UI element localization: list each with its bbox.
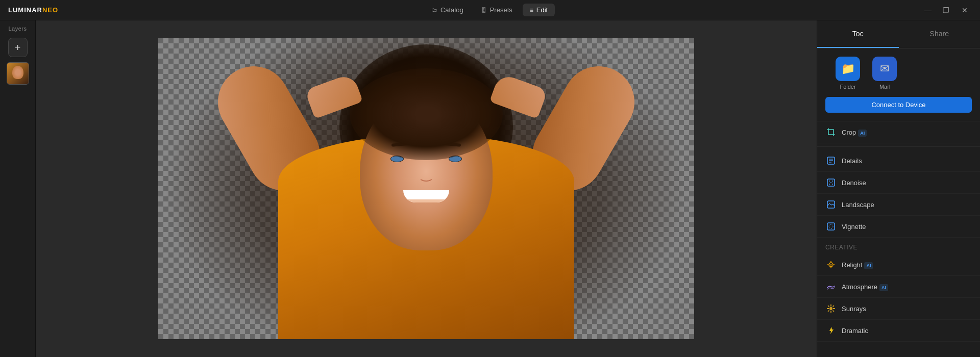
svg-point-5: [829, 181, 830, 182]
details-icon: [825, 155, 837, 166]
nav-tab-edit-label: Edit: [536, 6, 548, 14]
panel-header: Toc Share: [817, 20, 980, 48]
face-mini: [12, 66, 23, 79]
lower-lip: [403, 199, 449, 202]
share-mail-item[interactable]: ✉ Mail: [872, 57, 897, 90]
folder-icon-box: 📁: [836, 57, 860, 81]
svg-point-6: [830, 182, 831, 183]
tool-relight-label: RelightAI: [842, 261, 972, 269]
tool-sunrays-label: Sunrays: [842, 305, 972, 313]
maximize-button[interactable]: ❐: [939, 3, 953, 17]
share-section: 📁 Folder ✉ Mail Connect to Device: [817, 48, 980, 121]
tool-dramatic-label: Dramatic: [842, 327, 972, 335]
svg-line-27: [828, 311, 829, 312]
photo-container: [158, 38, 694, 339]
window-controls: — ❐ ✕: [921, 3, 972, 17]
mail-icon-box: ✉: [872, 57, 897, 81]
app-logo: LUMINARNEO: [8, 6, 58, 14]
svg-line-24: [828, 305, 829, 307]
tool-item-sunrays[interactable]: Sunrays: [817, 298, 980, 320]
tool-item-dramatic[interactable]: Dramatic: [817, 320, 980, 342]
svg-line-26: [833, 305, 835, 307]
folder-label: Folder: [840, 84, 855, 90]
svg-point-14: [830, 264, 832, 266]
add-layer-button[interactable]: +: [8, 38, 28, 57]
svg-line-25: [833, 311, 835, 312]
photo-image: [158, 38, 694, 339]
sunrays-icon: [825, 303, 837, 314]
folder-icon: 📁: [841, 62, 855, 75]
layers-title: Layers: [8, 26, 27, 32]
presets-icon: 🎛: [481, 7, 487, 14]
svg-point-19: [829, 307, 832, 310]
svg-point-12: [829, 224, 833, 228]
tools-panel: CropAI Details: [817, 121, 980, 357]
svg-point-9: [832, 184, 833, 185]
creative-section-header: Creative: [817, 238, 980, 254]
tool-crop-label: CropAI: [842, 129, 972, 136]
layer-thumbnail[interactable]: [7, 62, 29, 85]
nav-tab-edit[interactable]: ≡ Edit: [523, 4, 555, 16]
catalog-icon: 🗂: [431, 7, 437, 14]
tools-divider-1: [817, 146, 980, 147]
tool-details-label: Details: [842, 157, 972, 165]
tool-item-denoise[interactable]: Denoise: [817, 172, 980, 194]
tool-item-vignette[interactable]: Vignette: [817, 216, 980, 238]
app-name: LUMINARNEO: [8, 6, 58, 14]
tab-share[interactable]: Share: [899, 20, 981, 48]
minimize-button[interactable]: —: [921, 3, 935, 17]
svg-rect-11: [827, 223, 835, 230]
share-folder-item[interactable]: 📁 Folder: [836, 57, 860, 90]
tool-landscape-label: Landscape: [842, 201, 972, 209]
teeth: [403, 190, 449, 202]
tool-item-relight[interactable]: RelightAI: [817, 254, 980, 276]
svg-point-7: [832, 181, 833, 182]
denoise-icon: [825, 177, 837, 188]
share-icons-row: 📁 Folder ✉ Mail: [825, 57, 972, 90]
canvas-area[interactable]: [36, 20, 817, 357]
left-sidebar: Layers +: [0, 20, 36, 357]
hair-front: [350, 68, 503, 160]
tool-denoise-label: Denoise: [842, 179, 972, 187]
layer-thumb-image: [7, 63, 29, 84]
nav-tab-presets[interactable]: 🎛 Presets: [474, 4, 520, 16]
titlebar: LUMINARNEO 🗂 Catalog 🎛 Presets ≡ Edit — …: [0, 0, 980, 20]
nav-tabs: 🗂 Catalog 🎛 Presets ≡ Edit: [424, 4, 555, 16]
nav-tab-catalog-label: Catalog: [440, 6, 463, 14]
svg-point-8: [829, 184, 830, 185]
edit-icon: ≡: [530, 7, 533, 14]
vignette-icon: [825, 221, 837, 232]
tab-share-label: Share: [930, 30, 949, 38]
mail-label: Mail: [879, 84, 890, 90]
tool-item-crop[interactable]: CropAI: [817, 121, 980, 143]
tool-vignette-label: Vignette: [842, 223, 972, 231]
landscape-icon: [825, 199, 837, 210]
nav-tab-presets-label: Presets: [490, 6, 512, 14]
crop-icon: [825, 126, 837, 138]
tool-item-atmosphere[interactable]: AtmosphereAI: [817, 276, 980, 298]
close-button[interactable]: ✕: [958, 3, 972, 17]
tab-toc[interactable]: Toc: [817, 20, 899, 48]
tab-toc-label: Toc: [852, 30, 864, 38]
atmosphere-icon: [825, 281, 837, 292]
mail-icon: ✉: [880, 62, 889, 75]
right-panel: Toc Share 📁 Folder ✉ Mail: [817, 20, 980, 357]
nav-tab-catalog[interactable]: 🗂 Catalog: [424, 4, 471, 16]
tool-atmosphere-label: AtmosphereAI: [842, 283, 972, 291]
tool-item-details[interactable]: Details: [817, 150, 980, 172]
relight-icon: [825, 259, 837, 270]
connect-device-button[interactable]: Connect to Device: [825, 97, 972, 113]
main-layout: Layers +: [0, 20, 980, 357]
tool-item-landscape[interactable]: Landscape: [817, 194, 980, 216]
nose: [419, 171, 434, 182]
dramatic-icon: [825, 325, 837, 336]
